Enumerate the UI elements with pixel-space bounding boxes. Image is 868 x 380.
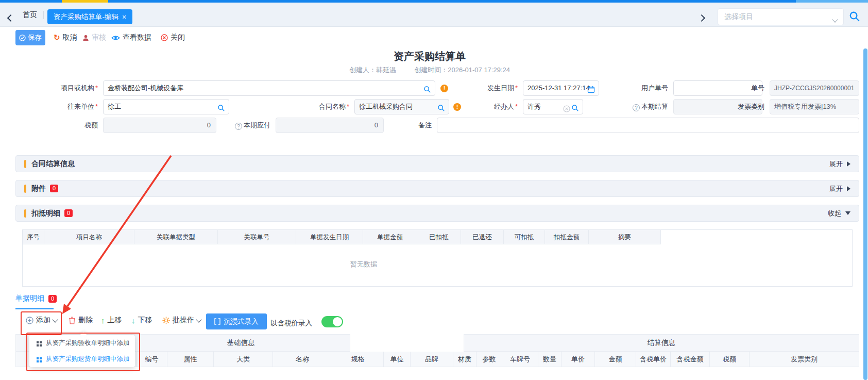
- search-icon[interactable]: [571, 103, 579, 114]
- column-header: 规格: [332, 352, 384, 367]
- section-deduction-detail: 扣抵明细 0 收起: [15, 205, 859, 222]
- undo-icon: ↻: [54, 33, 60, 42]
- view-data-button[interactable]: 查看数据: [111, 30, 151, 45]
- audit-label: 审核: [92, 33, 106, 42]
- column-header: 已退还: [461, 230, 504, 244]
- column-header: 单据金额: [363, 230, 417, 244]
- deduction-table-header: 序号 项目名称 关联单据类型 关联单号 单据发生日期 单据金额 已扣抵 已退还 …: [23, 230, 852, 244]
- counterparty-label: 往来单位*: [31, 99, 98, 114]
- collapse-toggle[interactable]: 收起: [828, 209, 850, 218]
- remark-input[interactable]: [437, 118, 859, 133]
- asset-purchase-settlement-page: { "icons": {"star": "*", "help": "?", "c…: [0, 0, 868, 380]
- chevron-right-icon: [698, 14, 705, 22]
- delete-button[interactable]: 删除: [69, 316, 93, 325]
- gear-icon: [162, 317, 170, 324]
- view-data-label: 查看数据: [123, 33, 151, 42]
- remark-label: 备注: [401, 118, 432, 133]
- tabs-scroll-left-button[interactable]: [8, 13, 13, 23]
- handler-input[interactable]: 许秀: [523, 99, 583, 114]
- form-row-3: 税额 0 ?本期应付 0 备注: [0, 118, 868, 134]
- column-header: 摘要: [589, 230, 661, 244]
- tax-inclusive-toggle[interactable]: [321, 316, 343, 327]
- project-warning-icon: !: [440, 85, 448, 92]
- column-header: 车牌号: [502, 352, 538, 367]
- section-title: 扣抵明细: [31, 209, 60, 218]
- annotation-box-dropdown: [26, 333, 140, 371]
- calendar-icon[interactable]: [587, 84, 595, 96]
- project-select[interactable]: 选择项目: [718, 8, 844, 25]
- column-header: 序号: [23, 230, 44, 244]
- help-icon: ?: [633, 104, 640, 111]
- column-header: 单据发生日期: [296, 230, 363, 244]
- form-row-2: 往来单位* 徐工 合同名称* 徐工机械采购合同 ! 经办人* 许秀 ?本期结算 …: [0, 99, 868, 115]
- section-marker-icon: [24, 209, 26, 218]
- attachments-count-badge: 0: [50, 185, 58, 192]
- expand-toggle[interactable]: 展开: [829, 159, 850, 169]
- tab-document-detail[interactable]: 单据明细 0: [15, 294, 57, 303]
- brackets-icon: [214, 318, 220, 325]
- close-button[interactable]: 关闭: [161, 30, 185, 45]
- settlement-label: ?本期结算: [608, 99, 668, 114]
- save-button[interactable]: 保存: [15, 30, 45, 45]
- move-up-button[interactable]: ↑ 上移: [101, 316, 122, 325]
- contract-label: 合同名称*: [288, 99, 349, 114]
- section-title: 附件: [31, 184, 46, 193]
- column-header: 含税金额: [671, 352, 710, 367]
- required-mark: *: [515, 103, 518, 110]
- column-header: 已扣抵: [417, 230, 461, 244]
- cancel-button[interactable]: ↻ 取消: [54, 30, 77, 45]
- creator-label: 创建人：: [349, 66, 376, 74]
- close-circle-icon: [161, 34, 168, 41]
- tax-inclusive-label: 以含税价录入: [270, 316, 312, 331]
- contract-input[interactable]: 徐工机械采购合同: [354, 99, 449, 114]
- clear-icon[interactable]: [563, 103, 570, 114]
- column-header: 税额: [710, 352, 750, 367]
- vertical-scrollbar[interactable]: [863, 48, 867, 380]
- section-contract-settlement-info: 合同结算信息 展开: [15, 155, 859, 172]
- handler-label: 经办人*: [466, 99, 518, 114]
- active-tab-underline: [15, 308, 54, 309]
- tabs-scroll-right-button[interactable]: [699, 13, 704, 23]
- triangle-right-icon: [847, 161, 850, 167]
- tab-home[interactable]: 首页: [23, 3, 37, 27]
- project-input[interactable]: 金桥装配公司-机械设备库: [103, 80, 435, 96]
- check-circle-icon: [19, 35, 26, 41]
- page-title: 资产采购结算单: [0, 49, 859, 63]
- search-icon[interactable]: [423, 84, 431, 96]
- expand-toggle[interactable]: 展开: [829, 184, 850, 193]
- move-down-button[interactable]: ↓ 下移: [131, 316, 152, 325]
- column-header: 大类: [214, 352, 273, 367]
- column-header: 材质: [453, 352, 476, 367]
- tab-close-icon[interactable]: ×: [122, 13, 126, 21]
- column-header: 单价: [561, 352, 595, 367]
- date-input[interactable]: 2025-12-31 17:27:14: [523, 80, 599, 96]
- column-header: 含税单价: [636, 352, 671, 367]
- tax-label: 税额: [31, 118, 98, 133]
- section-marker-icon: [24, 185, 26, 193]
- triangle-right-icon: [847, 186, 850, 191]
- column-header: 关联单据类型: [134, 230, 218, 244]
- search-icon[interactable]: [437, 103, 445, 114]
- counterparty-input[interactable]: 徐工: [103, 99, 229, 114]
- section-attachments: 附件 0 展开: [15, 180, 859, 197]
- search-icon[interactable]: [217, 103, 225, 114]
- batch-operation-button[interactable]: 批操作: [162, 316, 201, 325]
- doc-no-input: JHZP-ZCCGJS20260000001: [770, 80, 859, 96]
- column-header: 单位: [384, 352, 411, 367]
- immersive-entry-button[interactable]: 沉浸式录入: [206, 313, 267, 329]
- cancel-label: 取消: [63, 33, 77, 42]
- section-title: 合同结算信息: [31, 159, 75, 169]
- tax-input: 0: [103, 118, 216, 133]
- group-header-basic-info: 基础信息: [131, 334, 350, 352]
- arrow-down-icon: ↓: [131, 316, 135, 325]
- payable-input: 0: [276, 118, 384, 133]
- invoice-type-input: 增值税专用发票|13%: [770, 99, 859, 114]
- tab-active-asset-purchase-settlement[interactable]: 资产采购结算单-编辑 ×: [47, 9, 132, 24]
- group-header-settlement-info: 结算信息: [464, 334, 859, 352]
- required-mark: *: [95, 103, 98, 110]
- global-search-icon[interactable]: [849, 11, 860, 24]
- section-marker-icon: [24, 160, 26, 168]
- tab-nav-bar: 首页 资产采购结算单-编辑 × 选择项目: [0, 3, 868, 27]
- save-label: 保存: [28, 33, 42, 42]
- doc-no-label: 单号: [713, 80, 764, 96]
